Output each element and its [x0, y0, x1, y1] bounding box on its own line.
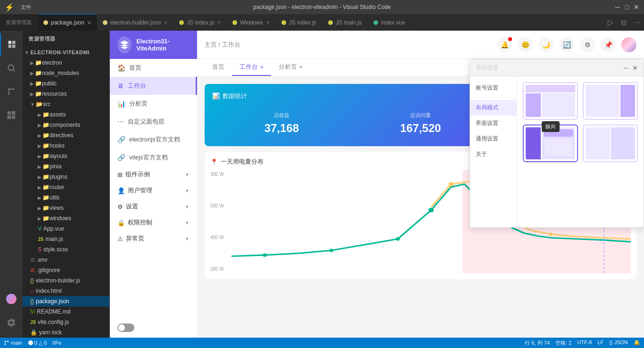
app-tab-home[interactable]: 首页	[205, 59, 232, 76]
settings-nav-general[interactable]: 通用设置	[470, 131, 517, 147]
maximize-button[interactable]: □	[624, 4, 630, 10]
list-item[interactable]: ◇index.html	[23, 286, 109, 296]
list-item[interactable]: ▶📁directives	[23, 130, 109, 141]
tab-close-icon4[interactable]: ✕	[266, 20, 270, 25]
tab-explorer[interactable]: 资源管理器	[0, 14, 38, 31]
settings-nav-about[interactable]: 关于	[470, 147, 517, 162]
stat-visits-label: 总访问量	[355, 112, 487, 119]
list-item[interactable]: JSvite.config.js	[23, 317, 109, 327]
more-actions-button[interactable]: ···	[630, 18, 644, 27]
list-item[interactable]: VApp.vue	[23, 224, 109, 234]
split-editor-button[interactable]: ⊟	[617, 19, 630, 26]
activity-extensions[interactable]	[0, 104, 23, 126]
close-button[interactable]: ✕	[634, 4, 639, 10]
nav-item-analysis[interactable]: 📊 分析页	[110, 95, 197, 113]
minimize-settings-icon[interactable]: ─	[624, 64, 628, 72]
nav-section-components[interactable]: ⊞ 组件示例 ▼	[110, 166, 197, 182]
tab-close-icon3[interactable]: ✕	[217, 20, 221, 25]
settings-nav-interface[interactable]: 界面设置	[470, 116, 517, 131]
list-item[interactable]: ⊙.env	[23, 255, 109, 265]
run-button[interactable]: ▷	[604, 18, 617, 27]
tab-electron-builder[interactable]: electron-builder.json ✕	[97, 14, 173, 31]
tab-close-icon2[interactable]: ✕	[164, 20, 167, 25]
iife-label[interactable]: IIFe	[52, 340, 61, 346]
line-col[interactable]: 行 6, 列 74	[525, 340, 550, 347]
minimize-button[interactable]: ─	[615, 4, 620, 10]
list-item[interactable]: Sstyle.scss	[23, 244, 109, 255]
list-item[interactable]: ▼📂src	[23, 99, 109, 109]
list-item[interactable]: ▶📁electron	[23, 58, 109, 68]
moon-icon[interactable]: 🌙	[538, 37, 553, 52]
list-item[interactable]: ▶📁resources	[23, 89, 109, 99]
activity-settings[interactable]	[0, 311, 23, 334]
list-item[interactable]: ▶📁hooks	[23, 141, 109, 151]
nav-item-breadcrumb[interactable]: ⋯ 自定义面包层	[110, 113, 197, 131]
bell-icon[interactable]: 🔔	[497, 37, 512, 52]
layout-option-right[interactable]	[583, 82, 638, 120]
y-label-200: 200 W	[210, 266, 231, 272]
folder-icon: 📂	[36, 101, 43, 108]
activity-avatar[interactable]	[0, 288, 23, 310]
nav-item-workbench[interactable]: 🖥 工作台	[110, 77, 197, 95]
eol[interactable]: LF	[597, 340, 603, 347]
nav-toggle-switch[interactable]	[110, 318, 197, 338]
list-item-package-json[interactable]: {}package.json	[23, 296, 109, 307]
list-item[interactable]: ▶📁utils	[23, 192, 109, 203]
list-item[interactable]: ▶📁node_modules	[23, 68, 109, 78]
list-item[interactable]: {}electron-builder.js	[23, 275, 109, 286]
layout-option-horizontal[interactable]	[583, 124, 638, 162]
refresh-icon[interactable]: 🔄	[559, 37, 574, 52]
nav-section-users[interactable]: 👤 用户管理 ▼	[110, 182, 197, 199]
tab-main-js[interactable]: JS main.js	[322, 14, 368, 31]
list-item[interactable]: ▶📁assets	[23, 109, 109, 120]
list-item[interactable]: ▶📁views	[23, 203, 109, 213]
list-item-router[interactable]: ▶📁router	[23, 182, 109, 192]
nav-section-errors[interactable]: ⚠ 异常页 ▼	[110, 231, 197, 247]
app-tab-close-icon[interactable]: ✕	[260, 65, 264, 70]
nav-section-permissions[interactable]: 🔒 权限控制 ▼	[110, 215, 197, 231]
list-item[interactable]: ▶📁components	[23, 120, 109, 130]
tab-index-js[interactable]: JS index.js ✕	[173, 14, 227, 31]
tab-close-icon[interactable]: ✕	[87, 20, 91, 25]
spaces[interactable]: 空格: 2	[555, 340, 571, 347]
tab-package-json[interactable]: package.json ✕	[38, 14, 97, 31]
tab-index-js2[interactable]: Windows ✕	[227, 14, 276, 31]
settings-nav-account[interactable]: 账号设置	[470, 80, 517, 96]
menu-file[interactable]: 文件	[18, 3, 34, 12]
language-mode[interactable]: {} JSON	[609, 340, 628, 347]
nav-item-electronjs[interactable]: 🔗 electronjs官方文档	[110, 131, 197, 149]
settings-icon[interactable]: ⚙	[580, 37, 595, 52]
app-tab-analysis[interactable]: 分析页 ✕	[271, 59, 310, 76]
avatar[interactable]	[621, 37, 636, 52]
settings-nav-layout[interactable]: 布局模式	[470, 100, 517, 116]
list-item[interactable]: ⊘.gitignore	[23, 265, 109, 275]
git-branch-icon[interactable]: main	[4, 340, 22, 346]
list-item[interactable]: JSmain.js	[23, 234, 109, 244]
list-item[interactable]: ▶📁layouts	[23, 151, 109, 161]
activity-search[interactable]	[0, 57, 23, 79]
tab-index-vue[interactable]: index.vue	[368, 14, 411, 31]
error-count[interactable]: 0 △ 0	[28, 340, 47, 346]
nav-item-vitejs[interactable]: 🔗 vitejs官方文档	[110, 149, 197, 166]
tab-index-js3[interactable]: JS index.js	[276, 14, 322, 31]
activity-explorer[interactable]	[0, 33, 23, 56]
list-item[interactable]: ▶📁windows	[23, 213, 109, 224]
emoji-icon[interactable]: 😊	[518, 37, 533, 52]
nav-section-settings[interactable]: ⚙ 设置 ▼	[110, 199, 197, 215]
pin-icon[interactable]: 📌	[601, 37, 616, 52]
list-item[interactable]: ▶📁pinia	[23, 161, 109, 172]
layout-option-top[interactable]: 纵向	[523, 82, 578, 120]
activity-git[interactable]	[0, 80, 23, 103]
project-root[interactable]: ▼ ELECTRON-VITEADMI	[23, 47, 109, 58]
nav-item-home[interactable]: 🏠 首页	[110, 59, 197, 77]
close-settings-icon[interactable]: ✕	[632, 64, 638, 72]
encoding[interactable]: UTF-8	[577, 340, 592, 347]
list-item-yarn-lock[interactable]: 🔒yarn lock	[23, 327, 109, 338]
list-item[interactable]: ▶📁plugins	[23, 172, 109, 182]
titlebar: ⚡ 文件 package.json - electron-viteadmin -…	[0, 0, 644, 14]
notification-icon[interactable]: 🔔	[634, 340, 640, 347]
app-tab-close-icon2[interactable]: ✕	[299, 65, 303, 70]
app-tab-workbench[interactable]: 工作台 ✕	[232, 59, 271, 76]
list-item[interactable]: ▶📁public	[23, 78, 109, 89]
list-item[interactable]: MREADME.md	[23, 307, 109, 317]
